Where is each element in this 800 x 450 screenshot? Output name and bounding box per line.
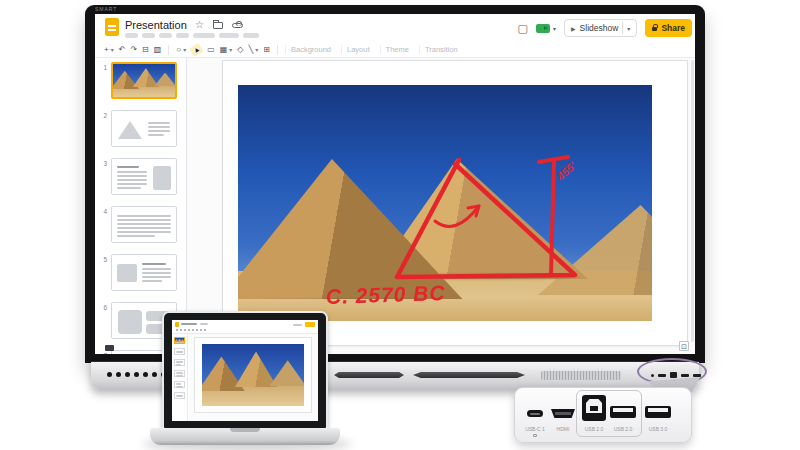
thumbnail-slide-3[interactable]: 3: [95, 158, 187, 196]
share-button[interactable]: Share: [645, 19, 692, 37]
laptop-thumbnail-1: [174, 337, 185, 344]
share-label: Share: [661, 23, 685, 33]
new-slide-dropdown-icon[interactable]: ▾: [111, 46, 114, 53]
display-brand-label: SMART: [95, 6, 117, 12]
usb-a-2-port-label: USB 3.0: [641, 426, 675, 432]
current-slide[interactable]: 455' C. 2570 BC: [222, 60, 688, 346]
menu-pill[interactable]: [159, 33, 172, 38]
thumbnail-slide-4[interactable]: 4: [95, 206, 187, 244]
tray-button[interactable]: [143, 372, 148, 377]
tray-button[interactable]: [134, 372, 139, 377]
theme-button[interactable]: Theme: [380, 45, 414, 54]
text-box-icon[interactable]: ▭: [207, 45, 215, 55]
laptop: [150, 311, 340, 447]
caption-annotation: C. 2570 BC: [326, 281, 446, 309]
usb-c-port: [527, 410, 543, 417]
arrow-annotation: [435, 206, 479, 226]
laptop-thumbnail-panel: [172, 334, 188, 421]
transition-button[interactable]: Transition: [419, 45, 463, 54]
layout-button[interactable]: Layout: [341, 45, 375, 54]
menu-pill[interactable]: [193, 33, 215, 38]
menu-pill[interactable]: [125, 33, 138, 38]
laptop-pyramids-photo: [202, 344, 304, 406]
laptop-screen: [162, 311, 328, 430]
tray-button[interactable]: [125, 372, 130, 377]
document-title[interactable]: Presentation: [125, 19, 187, 31]
undo-icon[interactable]: ↶: [119, 45, 126, 55]
slideshow-button[interactable]: ▶ Slideshow ▾: [564, 19, 637, 37]
thumbnail-slide-2[interactable]: 2: [95, 110, 187, 148]
tray-button[interactable]: [116, 372, 121, 377]
usb-a-port-2: [645, 406, 671, 418]
display-screen: Presentation ☆ ▢: [95, 14, 695, 354]
slideshow-dropdown-icon[interactable]: ▾: [627, 25, 630, 32]
triangle-annotation: [397, 160, 575, 277]
usb-a-port-1: [610, 406, 636, 418]
insert-shape-icon[interactable]: ◇: [237, 45, 243, 55]
pyramids-photo[interactable]: 455' C. 2570 BC: [238, 85, 652, 321]
thumbnail-slide-1[interactable]: 1: [95, 62, 187, 100]
insert-line-dropdown-icon[interactable]: ▾: [255, 46, 258, 53]
redo-icon[interactable]: ↷: [130, 45, 137, 55]
menu-pill[interactable]: [219, 33, 239, 38]
slides-app-icon[interactable]: [105, 18, 119, 36]
insert-line-icon[interactable]: ╲: [248, 45, 253, 55]
display-bezel: SMART Presentation ☆: [85, 5, 705, 363]
stylus-pen-1[interactable]: [334, 372, 404, 378]
speaker-grille: [541, 371, 621, 380]
laptop-base: [150, 428, 340, 445]
laptop-current-slide: [194, 337, 312, 413]
menu-pill[interactable]: [243, 33, 259, 38]
height-label: 455': [554, 159, 579, 183]
laptop-slide-canvas: [189, 334, 318, 421]
slide-thumbnail-panel: 1 2: [95, 58, 187, 354]
slide-canvas: 455' C. 2570 BC ⊡: [187, 58, 695, 354]
paint-format-icon[interactable]: ▧: [154, 45, 162, 55]
lock-icon: [652, 27, 657, 31]
laptop-share-button: [305, 322, 315, 327]
laptop-slides-ui: [172, 320, 318, 421]
insert-image-icon[interactable]: ▦: [220, 45, 228, 55]
menu-bar: [125, 33, 259, 38]
fit-to-screen-button[interactable]: ⊡: [679, 341, 689, 351]
zoom-dropdown-icon[interactable]: ▾: [183, 46, 186, 53]
canvas-scrollbar[interactable]: [691, 60, 694, 342]
stylus-pen-2[interactable]: [413, 372, 525, 378]
usb-b-touch-port: [582, 395, 606, 421]
tray-button[interactable]: [107, 372, 112, 377]
print-icon[interactable]: ⊟: [142, 45, 149, 55]
comments-icon[interactable]: ▢: [518, 22, 528, 34]
meet-dropdown-icon[interactable]: ▾: [553, 25, 556, 32]
laptop-bezel: [164, 313, 326, 428]
select-tool-icon[interactable]: ▲: [189, 42, 204, 56]
usb-c-power-icon: [533, 434, 537, 437]
cloud-status-icon[interactable]: [232, 23, 243, 28]
hdmi-port: [551, 409, 575, 418]
insert-image-dropdown-icon[interactable]: ▾: [229, 46, 232, 53]
filmstrip-view-icon[interactable]: [105, 345, 114, 351]
meet-icon[interactable]: [536, 24, 550, 33]
laptop-slides-app-icon: [175, 322, 179, 327]
slideshow-label: Slideshow: [580, 23, 619, 33]
zoom-icon[interactable]: ○: [176, 45, 181, 55]
slides-toolbar: +▾ ↶ ↷ ⊟ ▧ ○▾ ▲ ▭ ▦▾ ◇ ╲▾ ⊞ Background L…: [95, 42, 695, 58]
hdmi-port-label: HDMI: [546, 426, 580, 432]
star-icon[interactable]: ☆: [195, 20, 204, 30]
slideshow-play-icon: ▶: [571, 25, 576, 32]
insert-comment-icon[interactable]: ⊞: [263, 45, 270, 55]
move-folder-icon[interactable]: [213, 22, 223, 29]
ports-closeup-panel: USB-C 1 HDMI USB 2.0 USB 2.0 USB 3.0: [514, 387, 692, 443]
slides-header: Presentation ☆ ▢: [95, 14, 695, 42]
laptop-lid-notch: [230, 428, 260, 432]
menu-pill[interactable]: [176, 33, 189, 38]
new-slide-icon[interactable]: +: [104, 45, 109, 55]
background-button[interactable]: Background: [285, 45, 336, 54]
thumbnail-slide-5[interactable]: 5: [95, 254, 187, 292]
menu-pill[interactable]: [142, 33, 155, 38]
usb-a-1-port-label: USB 2.0: [606, 426, 640, 432]
